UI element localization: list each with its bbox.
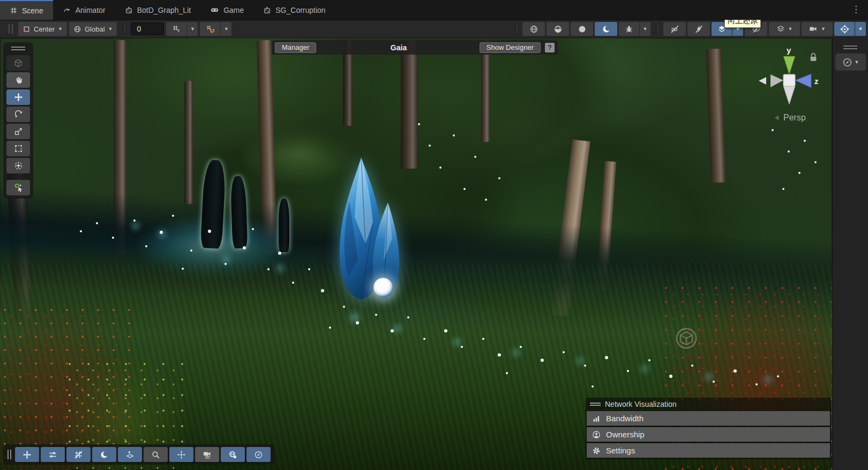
lock-icon[interactable]	[809, 52, 818, 62]
tool-settings-button[interactable]	[41, 447, 65, 462]
scene-viewport[interactable]: Manager Gaia Show Designer ?	[0, 38, 832, 470]
scale-icon	[14, 127, 23, 136]
axis-down-cone[interactable]	[783, 86, 795, 104]
search-icon	[151, 450, 160, 459]
debug-draw-split-button: ▼	[619, 22, 650, 36]
draw-mode-wireframe-button[interactable]	[522, 22, 545, 36]
toolbar-drag-handle[interactable]	[9, 24, 13, 34]
tab-botd-graph-lit[interactable]: BotD_Graph_Lit	[115, 0, 200, 20]
grid-slash-icon	[74, 450, 83, 459]
draw-mode-shaded-wireframe-button[interactable]	[547, 22, 569, 36]
tab-scene[interactable]: Scene	[0, 0, 53, 20]
camera-preview-button[interactable]	[195, 447, 219, 462]
axis-neg-x-arrow[interactable]	[759, 77, 766, 85]
light-probes-button[interactable]	[118, 447, 142, 462]
shading-mode-button[interactable]	[92, 447, 116, 462]
tab-game[interactable]: Game	[200, 0, 253, 20]
tree-trunk	[401, 40, 418, 169]
snap-magnet-dropdown[interactable]: ▼	[221, 22, 231, 36]
network-item-label: Settings	[606, 446, 635, 455]
collapsed-overlay-button[interactable]: ▼	[835, 54, 866, 71]
tree-trunk	[481, 40, 490, 142]
scene-orientation-gizmo[interactable]: y z	[746, 44, 832, 114]
bug-icon	[625, 25, 633, 33]
overflow-menu-icon[interactable]: ⋮	[851, 4, 860, 16]
layers-dropdown[interactable]: ▼	[769, 22, 800, 36]
search-button[interactable]	[144, 447, 168, 462]
snap-increment-input[interactable]	[131, 22, 164, 35]
unity-editor-window: Scene Animator BotD_Graph_Lit Game SG_Co…	[0, 0, 868, 470]
hand-icon	[14, 75, 23, 85]
corruption-crystal	[328, 153, 408, 308]
gizmos-toggle[interactable]	[834, 22, 855, 36]
draw-mode-moon-button[interactable]	[595, 22, 617, 36]
camera-settings-dropdown[interactable]: ▼	[802, 22, 833, 36]
rect-tool-button[interactable]	[6, 141, 30, 156]
tab-bar: Scene Animator BotD_Graph_Lit Game SG_Co…	[0, 0, 868, 20]
move-icon	[23, 450, 32, 459]
draw-mode-shaded-button[interactable]	[571, 22, 593, 36]
sliders-icon	[48, 450, 57, 459]
grid-axis-y-icon: Y	[172, 25, 181, 33]
axis-y-label: y	[787, 46, 791, 55]
probe-gizmo-icon	[672, 324, 700, 352]
axis-z-cone[interactable]	[795, 74, 811, 88]
camera-icon	[809, 25, 818, 33]
tab-label: Animator	[76, 6, 106, 14]
2d-view-toggle[interactable]: 2D	[663, 22, 686, 36]
navigation-compass-button[interactable]	[246, 447, 271, 462]
custom-tool-button[interactable]	[6, 180, 30, 195]
view-cube-tool-button[interactable]	[6, 55, 30, 71]
debug-draw-button[interactable]	[619, 22, 639, 36]
world-globe-button[interactable]	[221, 447, 245, 462]
pivot-center-icon	[23, 25, 31, 33]
orientation-label: Global	[85, 25, 105, 33]
custom-tool-icon	[14, 183, 23, 192]
svg-text:Y: Y	[177, 28, 180, 33]
orientation-dropdown[interactable]: Global ▼	[69, 22, 117, 36]
center-pivot-button[interactable]	[169, 447, 193, 462]
camera-eye-icon	[203, 450, 212, 459]
projection-indicator[interactable]: Persp	[773, 113, 806, 123]
network-panel-drag-handle[interactable]	[590, 403, 601, 406]
debug-draw-dropdown[interactable]: ▼	[640, 22, 650, 36]
axis-y-cone[interactable]	[783, 56, 795, 74]
network-item-bandwidth[interactable]: Bandwidth	[587, 411, 830, 426]
transform-tool-icon	[14, 161, 23, 170]
tree-trunk	[184, 81, 193, 204]
chevron-down-icon: ▼	[224, 26, 229, 32]
rotate-tool-button[interactable]	[6, 107, 30, 122]
hand-tool-button[interactable]	[6, 72, 30, 88]
shader-graph-icon	[125, 6, 133, 14]
snap-magnet-button[interactable]	[200, 22, 220, 36]
grid-toggle-button[interactable]	[66, 447, 91, 462]
rect-tool-icon	[14, 144, 23, 153]
tab-animator[interactable]: Animator	[53, 0, 115, 20]
tools-drag-handle[interactable]	[11, 47, 25, 50]
grid-axis-dropdown[interactable]: ▼	[187, 22, 198, 36]
tab-sg-corruption[interactable]: SG_Corruption	[253, 0, 335, 20]
gizmos-dropdown[interactable]: ▼	[855, 22, 866, 36]
network-item-settings[interactable]: Settings	[587, 443, 830, 458]
network-item-ownership[interactable]: Ownership	[587, 427, 830, 442]
compass-icon	[254, 450, 263, 459]
scale-tool-button[interactable]	[6, 124, 30, 139]
dock-drag-handle[interactable]	[843, 46, 857, 49]
chevron-down-icon: ▼	[58, 26, 63, 32]
pivot-mode-dropdown[interactable]: Center ▼	[18, 22, 67, 36]
gizmo-center-cube[interactable]	[783, 74, 795, 86]
snap-magnet-icon	[206, 25, 214, 33]
gaia-help-button[interactable]: ?	[545, 43, 555, 52]
move-overlay-button[interactable]	[15, 447, 39, 462]
globe-cube-icon	[228, 450, 237, 459]
snap-magnet-split-button: ▼	[200, 22, 231, 36]
scene-lighting-toggle[interactable]	[687, 22, 710, 36]
bottom-tools-drag-handle[interactable]	[8, 450, 11, 459]
transform-tool-button[interactable]	[6, 158, 30, 173]
network-panel-header[interactable]: Network Visualization	[587, 399, 830, 410]
move-icon	[14, 93, 23, 102]
axis-neg-cone[interactable]	[770, 74, 783, 87]
move-tool-button[interactable]	[6, 89, 30, 105]
chevron-down-icon: ▼	[855, 59, 859, 65]
grid-axis-button[interactable]: Y	[166, 22, 186, 36]
